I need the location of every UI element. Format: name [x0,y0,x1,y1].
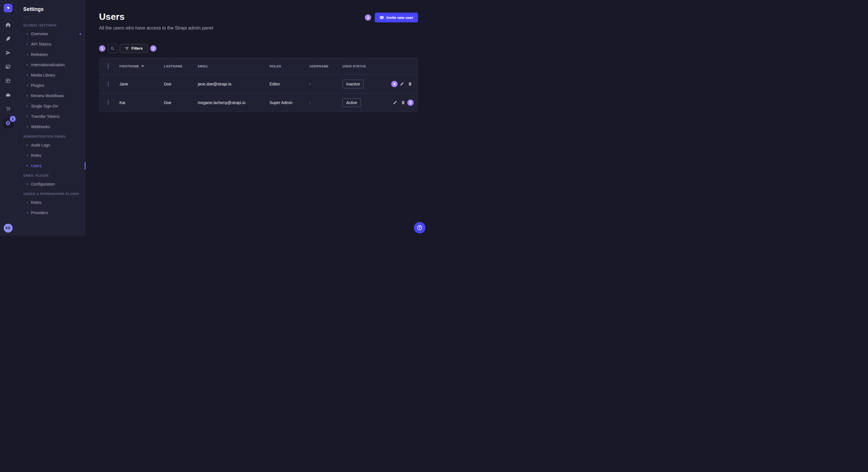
bullet-icon [27,85,28,86]
section-global-settings: GLOBAL SETTINGS Overview API Tokens Rele… [23,24,85,132]
column-header-roles[interactable]: ROLES [270,65,309,68]
sidebar-item-label: Releases [31,52,48,57]
bullet-icon [27,74,28,76]
sort-desc-icon[interactable] [141,65,144,67]
trash-icon [401,100,405,105]
invite-button-label: Invite new user [386,15,413,20]
bullet-icon [27,144,28,146]
cell-firstname: Kai [119,100,164,105]
delete-user-button[interactable] [400,100,406,105]
sidebar-item-media-library[interactable]: Media Library [23,70,85,80]
bullet-icon [27,105,28,107]
delete-user-button[interactable] [407,81,412,87]
section-label: GLOBAL SETTINGS [23,24,85,27]
search-button[interactable] [108,44,117,53]
column-header-lastname[interactable]: LASTNAME [164,65,198,68]
sidebar-item-audit-logs[interactable]: Audit Logs [23,140,85,150]
annotation-badge-3: 3 [365,14,371,21]
home-icon[interactable] [3,20,13,30]
sidebar-item-admin-roles[interactable]: Roles [23,150,85,161]
section-label: USERS & PERMISSIONS PLUGIN [23,192,85,196]
sidebar-item-internationalization[interactable]: Internationalization [23,60,85,70]
table-row[interactable]: Jane Doe jane.doe@strapi.io Editor - Ina… [99,74,417,93]
filters-button[interactable]: Filters [120,44,148,53]
sidebar-item-single-sign-on[interactable]: Single Sign-On [23,101,85,111]
bullet-icon [27,95,28,96]
sidebar-item-up-roles[interactable]: Roles [23,197,85,208]
invite-new-user-button[interactable]: Invite new user [375,12,418,22]
edit-user-button[interactable] [392,100,398,105]
page-subtitle: All the users who have access to the Str… [99,26,213,31]
row-checkbox[interactable] [108,100,108,105]
cell-email: megane.lacheny@strapi.io [198,100,270,105]
bullet-icon [27,64,28,65]
section-users-permissions-plugin: USERS & PERMISSIONS PLUGIN Roles Provide… [23,192,85,218]
section-administration-panel: ADMINISTRATION PANEL Audit Logs Roles Us… [23,135,85,171]
cell-username: - [309,82,342,86]
bullet-icon [27,33,28,34]
page-title: Users [99,11,213,22]
bullet-icon [27,155,28,156]
table-row[interactable]: Kai Doe megane.lacheny@strapi.io Super A… [99,93,417,112]
cell-roles: Editor [270,82,309,86]
sidebar-item-label: Webhooks [31,125,50,129]
status-badge: Inactive [342,80,364,88]
filters-button-label: Filters [131,46,143,50]
users-table: FIRSTNAME LASTNAME EMAIL ROLES USERNAME … [99,58,418,112]
rail-nav: 1 [3,16,13,128]
select-all-checkbox[interactable] [108,63,108,69]
help-icon [416,225,423,231]
help-button[interactable] [414,222,425,233]
sidebar-item-providers[interactable]: Providers [23,208,85,218]
cell-roles: Super Admin [270,100,309,105]
sidebar-item-label: Configuration [31,182,55,187]
trash-icon [408,82,412,86]
cell-lastname: Doe [164,100,198,105]
column-header-firstname[interactable]: FIRSTNAME [119,65,164,68]
sidebar-item-label: Media Library [31,73,55,77]
column-header-username[interactable]: USERNAME [309,65,342,68]
cell-username: - [309,100,342,105]
row-checkbox[interactable] [108,81,108,87]
strapi-logo-icon[interactable] [4,4,12,12]
sidebar-item-api-tokens[interactable]: API Tokens [23,39,85,49]
bullet-icon [27,202,28,203]
cloud-icon[interactable] [3,90,13,100]
bullet-icon [27,126,28,127]
column-header-email[interactable]: EMAIL [198,65,270,68]
cell-firstname: Jane [119,82,164,86]
pencil-icon [393,100,397,105]
sidebar-item-label: API Tokens [31,42,51,46]
user-avatar[interactable]: KD [4,224,12,233]
layout-icon[interactable] [3,76,13,86]
sidebar-item-plugins[interactable]: Plugins [23,80,85,91]
cell-email: jane.doe@strapi.io [198,82,270,86]
sidebar-item-label: Transfer Tokens [31,114,60,119]
sidebar-item-review-workflows[interactable]: Review Workflows [23,91,85,101]
sidebar-item-users[interactable]: Users [23,161,85,171]
rail-footer: KD [0,220,16,236]
images-icon[interactable] [3,62,13,72]
sidebar-item-label: Internationalization [31,63,65,67]
sidebar-item-label: Single Sign-On [31,104,58,108]
edit-user-button[interactable] [399,81,404,87]
sidebar-item-label: Users [31,164,42,168]
paper-plane-icon[interactable] [3,47,13,58]
bullet-icon [27,183,28,185]
sidebar-item-label: Plugins [31,83,44,88]
sidebar-item-label: Audit Logs [31,143,50,147]
sidebar-item-overview[interactable]: Overview [23,29,85,39]
section-label: ADMINISTRATION PANEL [23,135,85,138]
feather-icon[interactable] [3,34,13,44]
cart-icon[interactable] [3,104,13,114]
filter-icon [125,46,129,51]
sidebar-item-webhooks[interactable]: Webhooks [23,122,85,132]
sidebar-item-transfer-tokens[interactable]: Transfer Tokens [23,111,85,122]
bullet-icon [27,54,28,55]
column-header-user-status[interactable]: USER STATUS [342,65,385,68]
gear-icon[interactable]: 1 [3,118,13,128]
sidebar-item-configuration[interactable]: Configuration [23,179,85,189]
sidebar-title: Settings [23,6,85,12]
sidebar-item-releases[interactable]: Releases [23,49,85,60]
annotation-badge-2: 2 [150,45,156,52]
